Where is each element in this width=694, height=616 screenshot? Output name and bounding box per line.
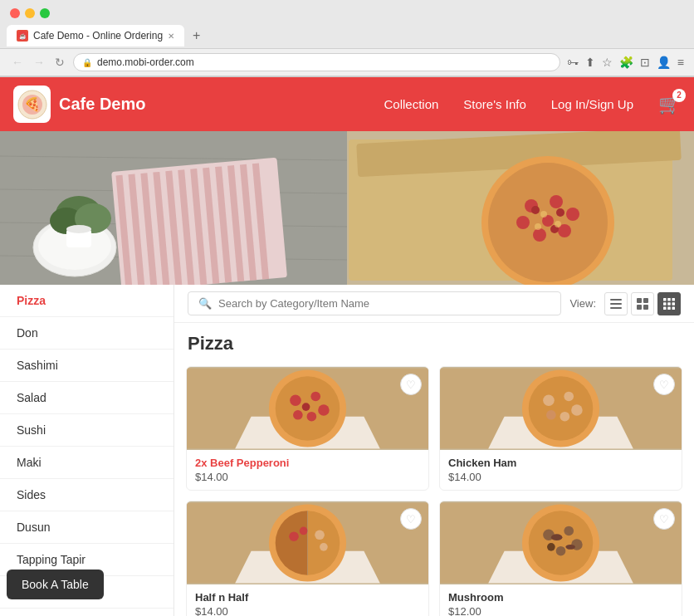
- svg-point-92: [289, 531, 299, 541]
- app-title: Cafe Demo: [59, 95, 145, 114]
- svg-point-74: [293, 410, 303, 420]
- reload-btn[interactable]: ↻: [53, 56, 66, 69]
- book-table-button[interactable]: Book A Table: [7, 570, 104, 599]
- svg-rect-60: [663, 302, 667, 306]
- sidebar-item-maki[interactable]: Maki: [0, 447, 174, 479]
- product-name: Half n Half: [195, 591, 420, 604]
- traffic-light-red[interactable]: [10, 8, 20, 18]
- bookmark-icon[interactable]: ☆: [602, 56, 613, 69]
- svg-point-93: [300, 527, 308, 535]
- share-icon[interactable]: ⬆: [585, 56, 595, 69]
- grid-3-view-btn[interactable]: [657, 292, 681, 315]
- svg-rect-62: [672, 302, 676, 306]
- stores-info-link[interactable]: Store's Info: [463, 97, 525, 111]
- product-price: $14.00: [195, 471, 420, 483]
- main-content: 🔍 View:: [174, 285, 694, 616]
- tab-close-btn[interactable]: ✕: [168, 32, 174, 41]
- logo-image: 🍕: [13, 86, 51, 123]
- product-name: Mushroom: [448, 591, 673, 604]
- product-name: 2x Beef Pepperoni: [195, 457, 420, 469]
- svg-point-82: [571, 404, 583, 416]
- svg-rect-58: [667, 298, 671, 301]
- product-image: [187, 501, 428, 584]
- app-header: 🍕 Cafe Demo Collection Store's Info Log …: [0, 77, 694, 131]
- grid-2-view-btn[interactable]: [631, 292, 654, 315]
- svg-point-107: [565, 545, 575, 550]
- product-info: Half n Half $14.00: [187, 584, 428, 616]
- svg-point-71: [310, 392, 320, 402]
- svg-point-72: [318, 404, 330, 416]
- svg-point-79: [529, 376, 594, 441]
- product-name: Chicken Ham: [448, 457, 673, 469]
- product-price: $14.00: [448, 471, 673, 483]
- favorite-btn[interactable]: ♡: [653, 508, 675, 530]
- sidebar-item-beverages[interactable]: Beverages: [0, 609, 174, 616]
- menu-icon[interactable]: ≡: [677, 56, 684, 69]
- back-btn[interactable]: ←: [10, 56, 25, 69]
- favorite-btn[interactable]: ♡: [400, 508, 422, 530]
- product-grid: 2x Beef Pepperoni $14.00 ♡: [174, 361, 694, 616]
- browser-window: ☕ Cafe Demo - Online Ordering ✕ + ← → ↻ …: [0, 0, 694, 616]
- url-text: demo.mobi-order.com: [97, 56, 194, 68]
- traffic-light-yellow[interactable]: [25, 8, 35, 18]
- svg-point-105: [547, 543, 555, 551]
- view-toggle: [604, 292, 681, 315]
- search-row: 🔍 View:: [174, 285, 694, 323]
- address-bar-input[interactable]: 🔒 demo.mobi-order.com: [73, 53, 560, 71]
- search-input[interactable]: [218, 297, 550, 310]
- product-info: 2x Beef Pepperoni $14.00: [187, 450, 428, 490]
- search-bar[interactable]: 🔍: [188, 291, 561, 315]
- browser-tab[interactable]: ☕ Cafe Demo - Online Ordering ✕: [7, 25, 184, 46]
- sidebar-item-dusun[interactable]: Dusun: [0, 511, 174, 544]
- category-list: Pizza Don Sashimi Salad Sushi Maki Sides…: [0, 285, 174, 616]
- section-title: Pizza: [174, 323, 694, 361]
- svg-point-81: [564, 392, 574, 402]
- content-area: Pizza Don Sashimi Salad Sushi Maki Sides…: [0, 285, 694, 616]
- sidebar-item-pizza[interactable]: Pizza: [0, 285, 174, 317]
- sidebar-item-don[interactable]: Don: [0, 317, 174, 350]
- sidebar-item-sashimi[interactable]: Sashimi: [0, 350, 174, 382]
- product-info: Chicken Ham $14.00: [440, 450, 682, 490]
- svg-point-38: [550, 195, 563, 208]
- svg-point-18: [66, 225, 91, 233]
- svg-rect-59: [672, 298, 676, 301]
- favorite-btn[interactable]: ♡: [400, 374, 422, 395]
- traffic-light-green[interactable]: [40, 8, 50, 18]
- cart-badge: 2: [672, 89, 686, 102]
- collection-link[interactable]: Collection: [384, 97, 438, 111]
- product-price: $14.00: [195, 605, 420, 616]
- split-view-icon[interactable]: ⊡: [640, 56, 650, 69]
- product-card: Half n Half $14.00 ♡: [186, 501, 429, 616]
- hero-banner: [0, 131, 694, 285]
- svg-point-42: [516, 216, 530, 229]
- view-label: View:: [569, 297, 596, 310]
- new-tab-btn[interactable]: +: [184, 23, 208, 48]
- sidebar-item-salad[interactable]: Salad: [0, 382, 174, 414]
- sidebar-item-sushi[interactable]: Sushi: [0, 414, 174, 447]
- cart-button[interactable]: 🛒 2: [658, 94, 681, 115]
- list-view-btn[interactable]: [604, 292, 628, 315]
- svg-rect-55: [637, 305, 642, 310]
- svg-rect-57: [663, 298, 667, 301]
- extension-icon[interactable]: 🧩: [619, 56, 633, 69]
- svg-rect-53: [637, 298, 642, 303]
- account-icon[interactable]: 👤: [657, 56, 671, 69]
- svg-rect-63: [663, 306, 667, 310]
- svg-rect-61: [667, 302, 671, 306]
- forward-btn[interactable]: →: [32, 56, 46, 69]
- svg-point-47: [540, 211, 547, 218]
- svg-point-70: [290, 395, 301, 407]
- svg-point-100: [529, 511, 594, 575]
- login-link[interactable]: Log In/Sign Up: [551, 97, 633, 111]
- product-price: $12.00: [448, 605, 673, 616]
- svg-rect-50: [610, 299, 622, 301]
- svg-rect-65: [672, 306, 676, 310]
- favorite-btn[interactable]: ♡: [653, 374, 675, 395]
- svg-point-102: [564, 526, 574, 536]
- search-icon: 🔍: [198, 297, 212, 310]
- svg-point-75: [302, 403, 310, 411]
- key-icon[interactable]: 🗝: [567, 56, 579, 69]
- svg-rect-64: [667, 306, 671, 310]
- sidebar-item-sides[interactable]: Sides: [0, 479, 174, 511]
- svg-text:☕: ☕: [19, 32, 27, 40]
